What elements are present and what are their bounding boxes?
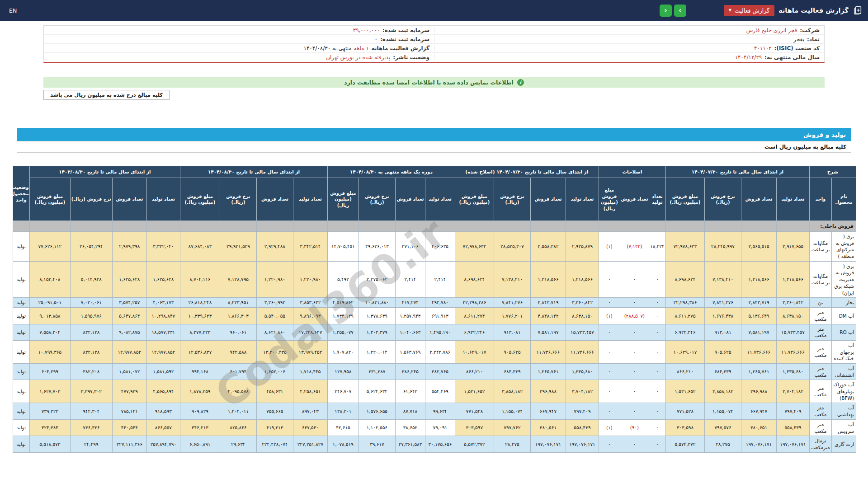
- value-cell: ۸,۶۱۱,۲۷۴: [455, 308, 494, 324]
- product-name-cell: برق ( فروش به مدیریت شبکه برق ایران): [832, 261, 856, 297]
- category-label: فروش داخلی:: [810, 221, 856, 232]
- value-cell: ۴۴۰,۵۴۴: [112, 419, 146, 436]
- product-row: ازت گازینرمال مترمکعب۱۹۷,۰۷۶,۱۷۱۱۹۷,۰۷۶,…: [13, 436, 856, 452]
- column-header: نرخ فروش (ریال): [359, 178, 395, 221]
- value-cell: ۶۸۴,۳۳۹: [705, 364, 741, 380]
- value-cell: ۱۷,۲۲۸,۶۴۷: [293, 324, 327, 340]
- column-header: از ابتدای سال مالی تا تاریخ ۱۴۰۴/۰۷/۳۰ (…: [455, 166, 599, 178]
- value-cell: ۱۸,۵۷۷,۳۳۱: [146, 324, 180, 340]
- value-cell: ۵,۵۷۲,۳۷۲: [455, 436, 494, 452]
- value-cell: (۹۰): [620, 419, 649, 436]
- value-cell: ۰: [649, 380, 665, 403]
- value-cell: ۲,۹۲۹,۴۸۸: [256, 232, 293, 262]
- value-cell: ۳,۵۷۴,۲۵۷: [112, 298, 146, 308]
- table-cell: [146, 221, 180, 232]
- value-cell: ۲۸,۲۷۵: [494, 436, 530, 452]
- table-cell: [599, 221, 620, 232]
- prev-report-button[interactable]: ‹: [660, 5, 672, 17]
- column-header: نرخ فروش (ریال): [494, 178, 530, 221]
- column-header: مبلغ فروش (میلیون ریال): [455, 178, 494, 221]
- value-cell: ۳,۷۰۴,۱۸۲: [566, 380, 599, 403]
- value-cell: ۱,۶۲۷,۷۰۳: [29, 380, 70, 403]
- value-cell: ۱,۱۵۵,۰۷۴: [494, 403, 530, 419]
- value-cell: ۸۶۶,۵۵۷: [146, 419, 180, 436]
- info-label: سال مالی منتهی به:: [764, 54, 820, 61]
- unit-cell: مگاوات بر ساعت: [810, 261, 832, 297]
- table-cell: [180, 221, 220, 232]
- value-cell: ۹۰۹,۸۲۹: [180, 403, 220, 419]
- value-cell: ۲۸,۴۴۵,۹۹۷: [705, 232, 741, 262]
- value-cell: ۸۶۶,۲۱۰: [455, 364, 494, 380]
- product-name-cell: آب بهداشتی: [832, 403, 856, 419]
- column-header: تعداد تولید: [146, 178, 180, 221]
- value-cell: ۹۱۳,۰۸۱: [494, 324, 530, 340]
- next-report-button[interactable]: ›: [674, 5, 686, 17]
- report-type-dropdown[interactable]: گزارش فعالیت ▼: [724, 5, 774, 16]
- value-cell: ۵۵۴,۴۶۹: [425, 380, 455, 403]
- language-toggle[interactable]: EN: [9, 7, 17, 14]
- company-info-panel: شرکت:فجر انرژی خلیج فارسسرمایه ثبت شده:۳…: [43, 25, 825, 63]
- product-name-cell: آب سرویس: [832, 419, 856, 436]
- product-row: آب آتشنشانیمتر مکعب۱,۳۳۵,۶۸۰۱,۲۶۵,۷۶۱۶۸۴…: [13, 364, 856, 380]
- value-cell: ۹۶۰,۰۶۱: [220, 324, 256, 340]
- value-cell: (۲۸۸,۵۰۷): [620, 308, 649, 324]
- value-cell: ۳۲۴,۳۸۴: [29, 419, 70, 436]
- table-cell: [220, 221, 256, 232]
- info-label: گزارش فعالیت ماهانه: [372, 45, 429, 52]
- value-cell: ۳۴۶,۲۱۳: [180, 419, 220, 436]
- value-cell: ۱,۹۰۷,۸۲۰: [327, 340, 359, 363]
- info-value[interactable]: فجر انرژی خلیج فارس: [746, 27, 797, 33]
- value-cell: ۱۹۷,۰۷۶,۱۷۱: [741, 436, 777, 452]
- column-header: تعداد تولید: [566, 178, 599, 221]
- value-cell: ۱۲,۹۷۷,۸۵۲: [112, 340, 146, 363]
- value-cell: ۰: [620, 403, 649, 419]
- value-cell: ۲,۹۳۵,۸۷۹: [566, 232, 599, 262]
- info-row: نماد:بفجرسرمایه ثبت نشده:۰: [44, 35, 824, 44]
- value-cell: ۸,۲۷۷,۳۲۳: [180, 324, 220, 340]
- value-cell: ۷,۱۲۸,۷۹۵: [220, 261, 256, 297]
- product-name-cell: بخار: [832, 298, 856, 308]
- value-cell: ۱۵,۷۳۳,۴۵۷: [777, 324, 810, 340]
- unit-cell: متر مکعب: [810, 340, 832, 363]
- info-field: گزارش فعالیت ماهانه۱ ماههمنتهی به ۱۴۰۴/۰…: [44, 45, 434, 52]
- table-cell: [665, 221, 704, 232]
- value-cell: ۵,۴۹۲: [327, 261, 359, 297]
- unit-cell: متر مکعب: [810, 403, 832, 419]
- value-cell: ۴۱۷,۲۷۴: [395, 298, 425, 308]
- value-cell: ۷۹۷,۴۰۹: [777, 403, 810, 419]
- value-cell: ۳۳۱,۲۸۷: [359, 364, 395, 380]
- chevron-down-icon: ▼: [729, 9, 731, 12]
- report-icon: [853, 5, 863, 15]
- value-cell: ۰: [649, 364, 665, 380]
- value-cell: ۱,۲۲۰,۰۱۴: [359, 340, 395, 363]
- value-cell: ۱,۲۱۸,۵۶۶: [530, 261, 566, 297]
- value-cell: ۱,۵۸۱,۰۷۲: [112, 364, 146, 380]
- value-cell: ۷۵۵,۶۶۵: [256, 403, 293, 419]
- status-cell: تولید: [13, 261, 29, 297]
- product-row: آب خوراک بویلرهای (BFW)متر مکعب۳,۷۰۴,۱۸۲…: [13, 380, 856, 403]
- product-row: برق ( فروش به شرکتهای منطقه )مگاوات بر س…: [13, 232, 856, 262]
- value-cell: ۱۵,۷۳۳,۴۵۷: [566, 324, 599, 340]
- table-cell: [530, 221, 566, 232]
- value-cell: ۸,۶۱۱,۲۷۵: [665, 308, 704, 324]
- table-cell: [425, 221, 455, 232]
- value-cell: ۱۱,۷۳۶,۶۶۶: [530, 340, 566, 363]
- column-header: وضعیت محصول- واحد: [13, 166, 29, 221]
- value-cell: ۷۹۷,۵۷۶: [705, 419, 741, 436]
- value-cell: ۱۹۷,۰۷۶,۱۷۱: [777, 436, 810, 452]
- value-cell: ۴,۰۹۵,۵۷۸: [220, 380, 256, 403]
- value-cell: ۳۸,۶۵۲: [395, 419, 425, 436]
- column-header: مبلغ فروش (میلیون ریال): [180, 178, 220, 221]
- value-cell: ۷۷,۶۲۶,۱۱۲: [29, 232, 70, 262]
- value-cell: ۰: [599, 261, 620, 297]
- value-cell: ۷۹۷,۷۶۲: [494, 419, 530, 436]
- value-cell: ۳۹۶,۹۸۸: [530, 380, 566, 403]
- value-cell: ۲۵,۰۹۱,۵۰۱: [29, 298, 70, 308]
- value-cell: ۰: [649, 419, 665, 436]
- value-cell: ۱۲,۵۳۶,۸۳۷: [180, 340, 220, 363]
- value-cell: ۱,۱۵۵,۰۷۴: [705, 403, 741, 419]
- value-cell: ۰: [599, 364, 620, 380]
- value-cell: ۳۰۳,۵۹۸: [665, 419, 704, 436]
- value-cell: ۷۷۱,۵۲۸: [665, 403, 704, 419]
- value-cell: ۱,۷۱۸,۴۴۵: [293, 364, 327, 380]
